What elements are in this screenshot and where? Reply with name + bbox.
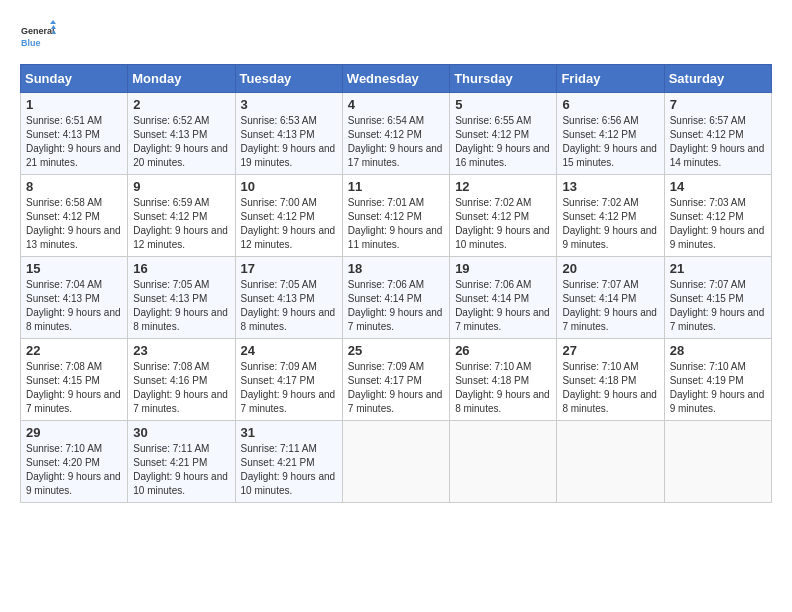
calendar-cell: 4 Sunrise: 6:54 AM Sunset: 4:12 PM Dayli…: [342, 93, 449, 175]
day-info: Sunrise: 6:55 AM Sunset: 4:12 PM Dayligh…: [455, 114, 551, 170]
day-number: 18: [348, 261, 444, 276]
calendar-week-row: 29 Sunrise: 7:10 AM Sunset: 4:20 PM Dayl…: [21, 421, 772, 503]
day-number: 29: [26, 425, 122, 440]
day-number: 10: [241, 179, 337, 194]
calendar-cell: 3 Sunrise: 6:53 AM Sunset: 4:13 PM Dayli…: [235, 93, 342, 175]
day-number: 13: [562, 179, 658, 194]
day-number: 7: [670, 97, 766, 112]
day-number: 5: [455, 97, 551, 112]
calendar-cell: 11 Sunrise: 7:01 AM Sunset: 4:12 PM Dayl…: [342, 175, 449, 257]
day-info: Sunrise: 7:02 AM Sunset: 4:12 PM Dayligh…: [455, 196, 551, 252]
day-info: Sunrise: 7:06 AM Sunset: 4:14 PM Dayligh…: [348, 278, 444, 334]
calendar-cell: 10 Sunrise: 7:00 AM Sunset: 4:12 PM Dayl…: [235, 175, 342, 257]
day-info: Sunrise: 7:07 AM Sunset: 4:15 PM Dayligh…: [670, 278, 766, 334]
calendar-cell: 25 Sunrise: 7:09 AM Sunset: 4:17 PM Dayl…: [342, 339, 449, 421]
calendar-cell: 17 Sunrise: 7:05 AM Sunset: 4:13 PM Dayl…: [235, 257, 342, 339]
calendar-cell: 31 Sunrise: 7:11 AM Sunset: 4:21 PM Dayl…: [235, 421, 342, 503]
calendar-cell: 5 Sunrise: 6:55 AM Sunset: 4:12 PM Dayli…: [450, 93, 557, 175]
day-number: 4: [348, 97, 444, 112]
calendar-cell: 26 Sunrise: 7:10 AM Sunset: 4:18 PM Dayl…: [450, 339, 557, 421]
day-number: 26: [455, 343, 551, 358]
calendar-cell: 8 Sunrise: 6:58 AM Sunset: 4:12 PM Dayli…: [21, 175, 128, 257]
calendar-cell: 28 Sunrise: 7:10 AM Sunset: 4:19 PM Dayl…: [664, 339, 771, 421]
calendar-cell: 29 Sunrise: 7:10 AM Sunset: 4:20 PM Dayl…: [21, 421, 128, 503]
header: General Blue: [20, 20, 772, 56]
day-number: 3: [241, 97, 337, 112]
day-info: Sunrise: 6:58 AM Sunset: 4:12 PM Dayligh…: [26, 196, 122, 252]
calendar-week-row: 1 Sunrise: 6:51 AM Sunset: 4:13 PM Dayli…: [21, 93, 772, 175]
day-info: Sunrise: 7:04 AM Sunset: 4:13 PM Dayligh…: [26, 278, 122, 334]
day-number: 30: [133, 425, 229, 440]
col-thursday: Thursday: [450, 65, 557, 93]
calendar-cell: [664, 421, 771, 503]
calendar-cell: 13 Sunrise: 7:02 AM Sunset: 4:12 PM Dayl…: [557, 175, 664, 257]
calendar-week-row: 22 Sunrise: 7:08 AM Sunset: 4:15 PM Dayl…: [21, 339, 772, 421]
calendar-cell: 23 Sunrise: 7:08 AM Sunset: 4:16 PM Dayl…: [128, 339, 235, 421]
day-info: Sunrise: 7:02 AM Sunset: 4:12 PM Dayligh…: [562, 196, 658, 252]
day-info: Sunrise: 6:53 AM Sunset: 4:13 PM Dayligh…: [241, 114, 337, 170]
calendar-cell: 9 Sunrise: 6:59 AM Sunset: 4:12 PM Dayli…: [128, 175, 235, 257]
day-info: Sunrise: 7:10 AM Sunset: 4:18 PM Dayligh…: [455, 360, 551, 416]
day-number: 14: [670, 179, 766, 194]
day-info: Sunrise: 6:56 AM Sunset: 4:12 PM Dayligh…: [562, 114, 658, 170]
calendar-cell: 30 Sunrise: 7:11 AM Sunset: 4:21 PM Dayl…: [128, 421, 235, 503]
day-info: Sunrise: 7:10 AM Sunset: 4:20 PM Dayligh…: [26, 442, 122, 498]
day-number: 27: [562, 343, 658, 358]
day-info: Sunrise: 6:57 AM Sunset: 4:12 PM Dayligh…: [670, 114, 766, 170]
calendar-cell: 27 Sunrise: 7:10 AM Sunset: 4:18 PM Dayl…: [557, 339, 664, 421]
day-info: Sunrise: 7:05 AM Sunset: 4:13 PM Dayligh…: [241, 278, 337, 334]
day-number: 20: [562, 261, 658, 276]
calendar-header-row: Sunday Monday Tuesday Wednesday Thursday…: [21, 65, 772, 93]
day-number: 6: [562, 97, 658, 112]
calendar-week-row: 15 Sunrise: 7:04 AM Sunset: 4:13 PM Dayl…: [21, 257, 772, 339]
day-number: 8: [26, 179, 122, 194]
day-number: 19: [455, 261, 551, 276]
col-friday: Friday: [557, 65, 664, 93]
calendar-cell: 12 Sunrise: 7:02 AM Sunset: 4:12 PM Dayl…: [450, 175, 557, 257]
calendar-cell: [450, 421, 557, 503]
day-info: Sunrise: 7:08 AM Sunset: 4:15 PM Dayligh…: [26, 360, 122, 416]
day-info: Sunrise: 7:07 AM Sunset: 4:14 PM Dayligh…: [562, 278, 658, 334]
day-info: Sunrise: 7:10 AM Sunset: 4:18 PM Dayligh…: [562, 360, 658, 416]
day-info: Sunrise: 7:03 AM Sunset: 4:12 PM Dayligh…: [670, 196, 766, 252]
day-number: 25: [348, 343, 444, 358]
day-number: 11: [348, 179, 444, 194]
logo: General Blue: [20, 20, 56, 56]
day-number: 17: [241, 261, 337, 276]
day-number: 12: [455, 179, 551, 194]
day-info: Sunrise: 7:09 AM Sunset: 4:17 PM Dayligh…: [241, 360, 337, 416]
calendar-cell: [557, 421, 664, 503]
calendar-cell: 7 Sunrise: 6:57 AM Sunset: 4:12 PM Dayli…: [664, 93, 771, 175]
day-info: Sunrise: 7:11 AM Sunset: 4:21 PM Dayligh…: [133, 442, 229, 498]
logo-svg: General Blue: [20, 20, 56, 56]
calendar-cell: 14 Sunrise: 7:03 AM Sunset: 4:12 PM Dayl…: [664, 175, 771, 257]
day-info: Sunrise: 7:11 AM Sunset: 4:21 PM Dayligh…: [241, 442, 337, 498]
day-number: 16: [133, 261, 229, 276]
day-number: 21: [670, 261, 766, 276]
col-tuesday: Tuesday: [235, 65, 342, 93]
day-info: Sunrise: 7:05 AM Sunset: 4:13 PM Dayligh…: [133, 278, 229, 334]
calendar-week-row: 8 Sunrise: 6:58 AM Sunset: 4:12 PM Dayli…: [21, 175, 772, 257]
day-number: 22: [26, 343, 122, 358]
day-number: 9: [133, 179, 229, 194]
calendar-cell: 19 Sunrise: 7:06 AM Sunset: 4:14 PM Dayl…: [450, 257, 557, 339]
day-number: 28: [670, 343, 766, 358]
col-monday: Monday: [128, 65, 235, 93]
day-info: Sunrise: 7:01 AM Sunset: 4:12 PM Dayligh…: [348, 196, 444, 252]
calendar-cell: 20 Sunrise: 7:07 AM Sunset: 4:14 PM Dayl…: [557, 257, 664, 339]
calendar-cell: 18 Sunrise: 7:06 AM Sunset: 4:14 PM Dayl…: [342, 257, 449, 339]
calendar-cell: 1 Sunrise: 6:51 AM Sunset: 4:13 PM Dayli…: [21, 93, 128, 175]
day-number: 2: [133, 97, 229, 112]
calendar-cell: 22 Sunrise: 7:08 AM Sunset: 4:15 PM Dayl…: [21, 339, 128, 421]
day-number: 23: [133, 343, 229, 358]
day-info: Sunrise: 7:06 AM Sunset: 4:14 PM Dayligh…: [455, 278, 551, 334]
col-saturday: Saturday: [664, 65, 771, 93]
calendar-table: Sunday Monday Tuesday Wednesday Thursday…: [20, 64, 772, 503]
day-info: Sunrise: 7:10 AM Sunset: 4:19 PM Dayligh…: [670, 360, 766, 416]
calendar-cell: 6 Sunrise: 6:56 AM Sunset: 4:12 PM Dayli…: [557, 93, 664, 175]
day-number: 15: [26, 261, 122, 276]
svg-text:Blue: Blue: [21, 38, 41, 48]
svg-text:General: General: [21, 26, 55, 36]
day-info: Sunrise: 6:52 AM Sunset: 4:13 PM Dayligh…: [133, 114, 229, 170]
calendar-cell: 15 Sunrise: 7:04 AM Sunset: 4:13 PM Dayl…: [21, 257, 128, 339]
